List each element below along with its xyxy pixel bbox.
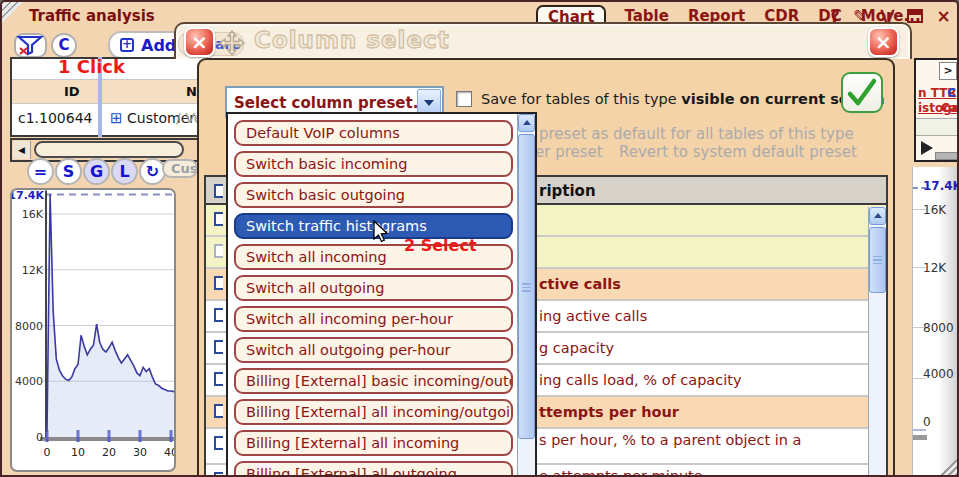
scroll-left-arrow-icon[interactable]: ◀ — [13, 141, 31, 159]
x-axis-fragment — [913, 435, 927, 440]
traffic-analysis-window: Traffic analysis ChartTableReportCDRDCMo… — [0, 0, 959, 477]
filter-button[interactable] — [14, 33, 47, 58]
green-checkmark-icon — [843, 74, 881, 111]
checkbox-label-normal: Save for tables of this type — [481, 91, 681, 107]
row-checkbox-fragment[interactable] — [214, 404, 223, 418]
preset-option-6[interactable]: Switch all outgoing — [234, 275, 513, 301]
right-chart-ytick: 0 — [923, 415, 931, 429]
column-select-titlebar[interactable]: Share × Column select × — [174, 22, 912, 59]
scroll-up-button[interactable] — [869, 207, 886, 225]
svg-text:4000: 4000 — [15, 375, 43, 388]
table-cell-fragment — [916, 118, 959, 136]
row-checkbox-fragment[interactable] — [214, 276, 223, 290]
thumb-grip-icon — [873, 256, 882, 265]
right-chart-ytick: 4000 — [923, 367, 954, 381]
svg-text:40: 40 — [164, 446, 174, 459]
move-icon[interactable] — [218, 29, 246, 61]
mouse-cursor-icon — [372, 220, 390, 248]
chart-mode-button-4[interactable]: L — [111, 158, 138, 185]
save-default-link-disabled: preset as default for all tables of this… — [539, 125, 854, 143]
right-chart-fragment: 17.4K16K12K800040000 — [912, 167, 959, 477]
svg-text:17.4K: 17.4K — [12, 190, 44, 201]
svg-text:12K: 12K — [22, 264, 44, 277]
row-checkbox-fragment[interactable] — [214, 244, 223, 258]
chart-mode-button-2[interactable]: S — [55, 158, 82, 185]
data-line-fragment — [913, 429, 926, 431]
save-for-tables-checkbox[interactable] — [456, 91, 472, 107]
row-checkbox-fragment[interactable] — [214, 472, 223, 477]
traffic-chart: 01020304004000800012K16K17.4K — [10, 188, 176, 472]
scroll-up-button[interactable] — [518, 114, 535, 132]
columns-table-scrollbar[interactable] — [868, 207, 886, 477]
svg-text:0: 0 — [36, 431, 43, 444]
right-table-fragment: > n TTR istogr C Ca — [914, 58, 959, 162]
resize-grip-top-left-icon[interactable] — [2, 2, 23, 23]
dialog-close-button[interactable]: × — [868, 27, 899, 57]
close-icon[interactable]: × — [936, 6, 950, 26]
preset-option-11[interactable]: Billing [External] all incoming — [234, 430, 513, 456]
column-fragment-2: Ca — [941, 101, 958, 115]
column-header-name[interactable]: N — [186, 84, 197, 99]
svg-text:20: 20 — [102, 446, 116, 459]
svg-text:10: 10 — [71, 446, 85, 459]
preset-list-scrollbar[interactable] — [517, 114, 535, 477]
expand-corner-button[interactable]: > — [939, 62, 957, 80]
revert-default-link-disabled: Revert to system default preset — [619, 143, 857, 161]
row-description: e attempts per minute — [539, 468, 703, 477]
description-header: ription — [539, 182, 596, 200]
scroll-right-arrow-icon[interactable] — [921, 141, 933, 155]
preset-combobox-value: Select column preset... — [227, 88, 442, 112]
preset-option-2[interactable]: Switch basic incoming — [234, 151, 513, 177]
row-description: s per hour, % to a parent object in a — [539, 432, 801, 448]
preset-option-7[interactable]: Switch all incoming per-hour — [234, 306, 513, 332]
row-checkbox-fragment[interactable] — [214, 308, 223, 322]
dialog-close-button-left[interactable]: × — [184, 27, 215, 57]
traffic-chart-plot: 01020304004000800012K16K17.4K — [12, 190, 174, 470]
preset-option-1[interactable]: Default VoIP columns — [234, 120, 513, 146]
expand-plus-icon[interactable]: ⊞ — [110, 109, 123, 127]
add-button-label: Add — [141, 36, 176, 55]
row-checkbox-fragment[interactable] — [214, 436, 223, 450]
chart-mode-button-3[interactable]: G — [83, 158, 110, 185]
scrollbar-fragment[interactable] — [935, 152, 959, 160]
row-description: ttempts per hour — [539, 404, 679, 420]
svg-text:16K: 16K — [22, 208, 44, 221]
preset-option-10[interactable]: Billing [External] all incoming/outgoing — [234, 399, 513, 425]
scrollbar-thumb[interactable] — [869, 227, 886, 293]
annotation-step-1: 1 Click — [58, 56, 125, 77]
svg-text:8000: 8000 — [15, 320, 43, 333]
scrollbar-thumb[interactable] — [518, 134, 535, 439]
preset-option-8[interactable]: Switch all outgoing per-hour — [234, 337, 513, 363]
add-button[interactable]: + Add — [108, 31, 184, 59]
row-description: ing calls load, % of capacity — [539, 372, 742, 388]
column-header-id[interactable]: ID — [64, 84, 80, 99]
column-select-panel: Select column preset... Save for tables … — [197, 58, 895, 477]
preset-option-12[interactable]: Billing [External] all outgoing — [234, 461, 513, 477]
user-preset-link-disabled: er preset — [535, 143, 603, 161]
svg-text:30: 30 — [133, 446, 147, 459]
chevron-down-icon — [424, 100, 434, 106]
preset-option-3[interactable]: Switch basic outgoing — [234, 182, 513, 208]
preset-option-9[interactable]: Billing [External] basic incoming/outgoi… — [234, 368, 513, 394]
row-checkbox-fragment[interactable] — [214, 372, 223, 386]
horizontal-scrollbar-thumb[interactable] — [34, 141, 184, 158]
right-chart-ytick: 12K — [923, 261, 946, 275]
right-chart-ytick: 17.4K — [923, 179, 959, 193]
annotation-step-2: 2 Select — [404, 236, 477, 255]
row-checkbox-fragment[interactable] — [214, 212, 223, 226]
row-checkbox-fragment[interactable] — [214, 340, 223, 354]
refresh-c-button[interactable]: C — [51, 33, 77, 58]
window-icon[interactable] — [907, 9, 923, 23]
header-checkbox-fragment[interactable] — [214, 184, 223, 198]
arrow-up-icon — [523, 120, 531, 125]
right-chart-ytick: 16K — [923, 203, 946, 217]
row-description: ctive calls — [539, 276, 621, 292]
chart-mode-button-1[interactable]: = — [27, 158, 54, 185]
column-fragment-1: C — [947, 86, 956, 100]
legend-chip[interactable]: Cus — [162, 159, 198, 178]
arrow-up-icon — [874, 213, 882, 218]
dialog-title: Column select — [254, 27, 450, 53]
svg-text:0: 0 — [44, 446, 51, 459]
row-description: g capacity — [539, 340, 614, 356]
confirm-button[interactable] — [841, 72, 883, 113]
